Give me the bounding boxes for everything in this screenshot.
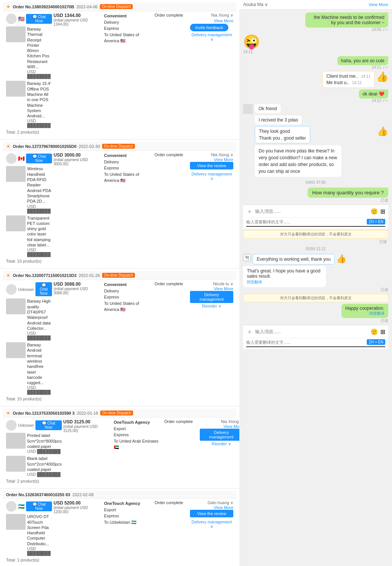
msg-good-group: They look good Thank you , good seller 👍 [243, 126, 388, 143]
zh-en-button-1[interactable]: ZH > EN [367, 219, 385, 225]
order-id: Order No.13137533050102590 3 [13, 411, 75, 415]
chat-now-button[interactable]: 💬 Chat Now [26, 501, 52, 511]
expand-icon[interactable]: ⊞ [380, 208, 385, 215]
seller-name: Nia Xiong ∨ [190, 13, 233, 18]
msg-received: I recived the 3 pdas [243, 115, 388, 125]
star-icon: ★ [6, 143, 11, 149]
product-image [6, 514, 26, 530]
shipping-info: ConvenientDeliveryExpressTo United State… [104, 152, 153, 265]
chat-now-button[interactable]: 💬 Chat Now [26, 154, 52, 163]
price: USD 5200.00 [54, 500, 103, 506]
order-date: 2022-01-26 [79, 273, 100, 278]
product-name: Barway High quality DT40/P67 Waterproof … [27, 298, 52, 331]
product-image [6, 166, 26, 182]
thumbs-up-icon: 👍 [377, 126, 388, 137]
invite-feedback-button[interactable]: Invite feedback [190, 24, 228, 31]
delivery-management-link[interactable]: Delivery management ∨ [190, 172, 233, 181]
view-review-button[interactable]: View the review [190, 162, 233, 169]
chat-input-1[interactable] [255, 209, 368, 214]
price: USD 3088.00 [54, 281, 103, 287]
plus-icon-2[interactable]: ＋ [246, 327, 253, 336]
product-name: Barway Android terminal wireless handfre… [27, 342, 52, 385]
avatar [6, 284, 17, 295]
bubble-received: I recived the 3 pdas [255, 115, 302, 125]
zh-en-button-2[interactable]: ZH > EN [367, 339, 385, 345]
divider-bar-2 [246, 346, 385, 347]
view-more-link[interactable]: View More [200, 424, 243, 429]
chat-now-button[interactable]: 💬 Chat Now [26, 14, 52, 24]
dispatch-badge: On-time Dispatch [102, 144, 135, 149]
read-status-2: 已读 [243, 287, 388, 292]
emoji-icon-2[interactable]: 🙂 [371, 328, 378, 335]
chat-seller-top: Aouka Ma ∨ [243, 2, 268, 7]
translate-input-1[interactable] [246, 220, 365, 224]
avatar [6, 153, 17, 164]
bubble-happy-coop: Happy cooperation. 阿里翻译 [341, 304, 388, 318]
date-divider-1: 04/01 07:56 [243, 179, 388, 186]
shipping-info: OneTouch AgencyExportExpressTo Uzbekista… [104, 500, 153, 563]
trust-row-1: Client trust me.. 14:11 [326, 74, 371, 79]
product-usd: USD ████████ [27, 69, 52, 78]
delivery-management-link[interactable]: Delivery management ∨ [190, 32, 233, 42]
emoji-msg: 😜 14:11 [243, 34, 388, 54]
bubble-ok-dear: ok dear ❤️ [359, 89, 388, 98]
reorder-link[interactable]: Reorder ∨ [190, 304, 233, 309]
translate-label-2: 阿里翻译 [345, 311, 384, 316]
product-image [6, 215, 26, 231]
product-image [6, 298, 26, 314]
product-image [6, 342, 26, 358]
view-more-link[interactable]: View More [190, 505, 233, 510]
chat-now-button[interactable]: 💬 Chat Now [35, 420, 62, 430]
chat-now-button[interactable]: 💬 Chat Now [35, 282, 52, 296]
good-box: They look good Thank you , good seller [255, 126, 310, 143]
view-more-link[interactable]: View More [190, 18, 233, 23]
msg-quantity: How many quantity you require ? 已读 [243, 188, 388, 203]
view-more-chat[interactable]: View More [369, 2, 388, 7]
view-more-link[interactable]: View More [190, 286, 233, 291]
order-total: Total: 2 product(s) [6, 129, 52, 135]
expand-icon-2[interactable]: ⊞ [380, 328, 385, 335]
order-id: Order No.13737967800010255D0 [13, 144, 77, 149]
chat-panel: Aouka Ma ∨ View More the Machine needs t… [239, 0, 392, 566]
shipping-info: ConvenientDeliveryExpressTo United State… [104, 281, 153, 402]
reorder-link[interactable]: Reorder ∨ [200, 441, 243, 446]
delivery-management-link[interactable]: Delivery management ∨ [190, 520, 233, 529]
emoji-icon[interactable]: 🙂 [371, 208, 378, 215]
view-review-button[interactable]: View the review [190, 510, 233, 517]
product-name: Barway 15.4' Offline POS Machine All in … [27, 81, 52, 118]
translate-label: 阿里翻译 [247, 280, 322, 285]
msg-great: That's great. I hope you have a good sal… [243, 266, 388, 292]
price-sub: (initial payment USD 3000.00) [54, 158, 103, 166]
view-more-link[interactable]: View More [190, 157, 233, 162]
delivery-button[interactable]: Delivery management [190, 291, 233, 303]
input-row-1: ＋ 🙂 ⊞ [246, 207, 385, 218]
price-sub: (initial payment USD 3088.00) [54, 287, 103, 295]
delivery-button[interactable]: Delivery management [200, 429, 243, 441]
bubble-question: Do you have more pdas like these? In ver… [255, 145, 341, 177]
read-status-3: 已读 [243, 318, 388, 323]
order-row-4: ★ Order No.13137533050102590 3 2022-01-1… [0, 406, 239, 489]
plus-icon[interactable]: ＋ [246, 207, 253, 216]
divider-bar [246, 226, 385, 227]
product-name: Barway Thermal Receipt Printer 80mm Kitc… [27, 26, 52, 69]
order-status: Order complete [155, 152, 188, 265]
product-image [6, 26, 26, 42]
product-usd: USD ████████ [27, 118, 52, 128]
emoji-time: 14:11 [243, 50, 388, 54]
chat-input-2[interactable] [255, 329, 368, 334]
msg-working-well: 句 Everything is working well, thank you … [243, 254, 388, 265]
bubble-working-well: Everything is working well, thank you [253, 254, 335, 265]
bubble-haha: haha, you are so cute [337, 56, 388, 65]
translate-input-2[interactable] [246, 340, 365, 345]
star-icon: ★ [6, 4, 11, 9]
thumbs-up-icon: 👍 [376, 71, 388, 83]
msg-time: 14:05 ✓✓ [243, 28, 388, 32]
chat-input-area-1: ＋ 🙂 ⊞ ZH > EN [243, 205, 388, 229]
thumbs-up-icon: 👍 [336, 254, 346, 264]
msg-question: Do you have more pdas like these? In ver… [243, 145, 388, 177]
msg-happy-coop: Happy cooperation. 阿里翻译 已读 [243, 304, 388, 323]
order-row-3: ★ Order No.13200771150010213D3 2022-01-2… [0, 269, 239, 406]
avatar [243, 104, 253, 114]
order-date: 2022-04-06 [77, 5, 98, 9]
order-id: Order No.13200771150010213D3 [13, 273, 77, 278]
